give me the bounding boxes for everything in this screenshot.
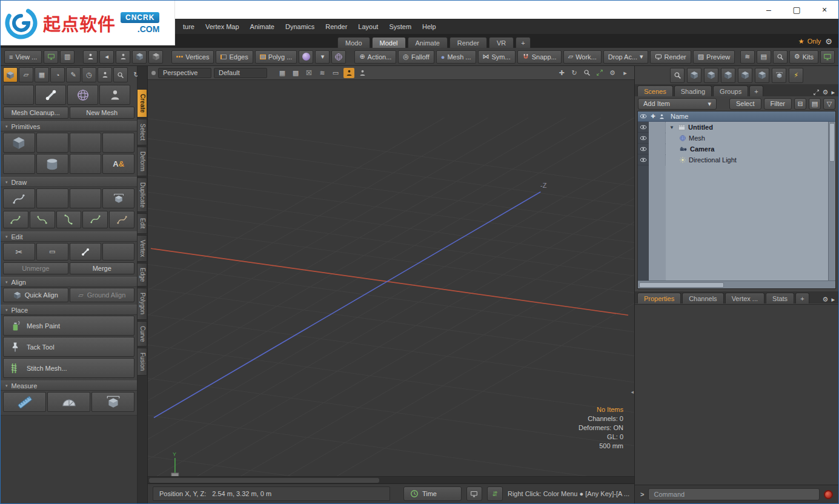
delete-item-button[interactable] <box>772 68 786 83</box>
group-items-button[interactable] <box>738 68 752 83</box>
ground-align-button[interactable]: ▱ Ground Align <box>70 288 135 302</box>
action-center-button[interactable]: ⊕ Action... <box>354 50 396 64</box>
camera-view-dropdown[interactable]: Perspective <box>158 68 211 78</box>
tooltab-curve[interactable]: Curve <box>138 321 147 347</box>
primitives-section-header[interactable]: ▾ Primitives <box>1 121 137 131</box>
tree-row-camera[interactable]: Camera <box>638 144 835 154</box>
green-monitor-button[interactable] <box>820 50 835 64</box>
change-type-button[interactable] <box>755 68 769 83</box>
item-mode-button[interactable] <box>3 67 18 82</box>
shading-mode-dropdown[interactable]: Default <box>214 68 267 78</box>
menu-render[interactable]: Render <box>320 21 353 33</box>
zoom-icon[interactable] <box>582 68 592 78</box>
protractor-tool-button[interactable] <box>47 392 90 412</box>
tooltab-duplicate[interactable]: Duplicate <box>138 177 147 213</box>
columns-button[interactable]: ▤ <box>757 50 771 64</box>
channel-haul-button[interactable]: ⇵ <box>487 486 503 501</box>
maximize-viewport-icon[interactable] <box>594 68 605 78</box>
visibility-eye-icon[interactable] <box>638 154 649 165</box>
visibility-eye-icon[interactable] <box>638 122 649 133</box>
command-input[interactable] <box>648 488 820 500</box>
ellipsoid-primitive-button[interactable] <box>70 133 102 153</box>
instance-item-button[interactable] <box>721 68 735 83</box>
cylinder2-overlay-icon[interactable] <box>383 68 394 78</box>
menu-system[interactable]: System <box>383 21 417 33</box>
bone-tool[interactable] <box>35 85 66 105</box>
skeleton-tool[interactable] <box>99 85 130 105</box>
add-item-dropdown[interactable]: Add Item ▾ <box>638 98 717 110</box>
close-overlay-icon[interactable]: ☒ <box>303 68 314 78</box>
tab-stats[interactable]: Stats <box>766 293 794 303</box>
close-button[interactable]: × <box>811 1 838 19</box>
curve-tool-button[interactable] <box>3 211 28 228</box>
disclosure-triangle-icon[interactable]: ▼ <box>669 125 675 130</box>
scrollbar-thumb[interactable] <box>829 123 835 162</box>
greenscreen-toggle[interactable] <box>44 50 58 64</box>
tab-render[interactable]: Render <box>449 37 487 48</box>
preview-button[interactable]: ▨ Preview <box>693 50 735 64</box>
polyline-tool-button[interactable] <box>56 211 82 228</box>
tooltab-select[interactable]: Select <box>138 119 147 145</box>
new-mesh-button[interactable]: New Mesh <box>70 107 135 119</box>
menu-vertex-map[interactable]: Vertex Map <box>200 21 245 33</box>
layout-settings-gear-icon[interactable]: ⚙ <box>825 37 832 46</box>
timer-tool-button[interactable]: ◷ <box>82 67 96 82</box>
viewport-settings-gear-icon[interactable]: ⚙ <box>607 68 618 78</box>
align-section-header[interactable]: ▾ Align <box>1 277 137 287</box>
tab-properties[interactable]: Properties <box>637 293 681 303</box>
viewport-more-arrow-icon[interactable]: ▸ <box>620 68 631 78</box>
tree-row-mesh[interactable]: Mesh <box>638 133 835 144</box>
pair-items-button[interactable] <box>116 50 130 64</box>
mesh-ops-button[interactable]: ● Mesh ... <box>436 50 476 64</box>
quick-commands-button[interactable]: ⚡ <box>789 68 803 83</box>
expand-panel-icon[interactable] <box>813 89 820 96</box>
symmetry-button[interactable]: ⋈ Sym... <box>478 50 516 64</box>
quad-view-icon[interactable]: ▩ <box>290 68 301 78</box>
unmerge-button[interactable]: Unmerge <box>3 262 68 274</box>
weld-tool-button[interactable] <box>70 243 102 260</box>
measure-section-header[interactable]: ▾ Measure <box>1 380 137 391</box>
slice-tool-button[interactable]: ▭ <box>36 243 68 260</box>
merge-button[interactable]: Merge <box>70 262 135 274</box>
time-system-button[interactable]: Time <box>403 486 462 501</box>
tab-animate[interactable]: Animate <box>408 37 448 48</box>
quick-align-button[interactable]: Quick Align <box>3 288 68 302</box>
only-toggle[interactable]: ★ Only <box>798 38 821 45</box>
tooltab-create[interactable]: Create <box>138 89 147 118</box>
place-section-header[interactable]: ▾ Place <box>1 305 137 315</box>
snapping-button[interactable]: Snapp... <box>517 50 562 64</box>
gray-cube-button[interactable] <box>148 50 163 64</box>
materials-dropdown[interactable]: ▾ <box>315 50 330 64</box>
ghost-actor-icon[interactable] <box>357 68 368 78</box>
workplane-tool-button[interactable]: ▱ <box>19 67 33 82</box>
record-macro-button[interactable] <box>824 490 833 499</box>
properties-more-arrow-icon[interactable]: ▸ <box>831 296 835 303</box>
list-style-button[interactable]: ▤ <box>809 98 821 110</box>
visibility-eye-icon[interactable] <box>638 133 649 144</box>
viewport-pin-icon[interactable] <box>151 71 156 75</box>
split-view-toggle[interactable]: ▥ <box>60 50 75 64</box>
torus-primitive-button[interactable] <box>3 154 35 174</box>
tab-scenes[interactable]: Scenes <box>637 85 673 96</box>
menu-help[interactable]: Help <box>417 21 442 33</box>
drop-action-dropdown[interactable]: Drop Ac... ▾ <box>603 50 648 64</box>
workplane-button[interactable]: ▱ Work... <box>563 50 602 64</box>
bouquet-tool-button[interactable] <box>102 243 134 260</box>
mesh-cleanup-button[interactable]: Mesh Cleanup... <box>3 107 68 119</box>
tooltab-edit[interactable]: Edit <box>138 213 147 233</box>
new-item-button[interactable] <box>687 68 701 83</box>
item-list-vscrollbar[interactable] <box>828 122 835 280</box>
pan-icon[interactable]: ✚ <box>556 68 567 78</box>
menu-animate[interactable]: Animate <box>245 21 280 33</box>
maximize-button[interactable]: ▢ <box>783 1 811 19</box>
tab-modo[interactable]: Modo <box>337 37 370 48</box>
cut-tool-button[interactable]: ✂ <box>3 243 35 260</box>
viewport-bottom-scrollbar[interactable] <box>148 476 634 483</box>
render-button[interactable]: Render <box>650 50 691 64</box>
search-button[interactable] <box>773 50 788 64</box>
text-primitive-button[interactable]: A& <box>102 154 134 174</box>
filter-funnel-button[interactable]: ▽ <box>823 98 835 110</box>
item-list-hscrollbar[interactable] <box>638 280 835 288</box>
polygons-mode-button[interactable]: Polyg ... <box>255 50 297 64</box>
spiral-tool-button[interactable] <box>82 211 108 228</box>
